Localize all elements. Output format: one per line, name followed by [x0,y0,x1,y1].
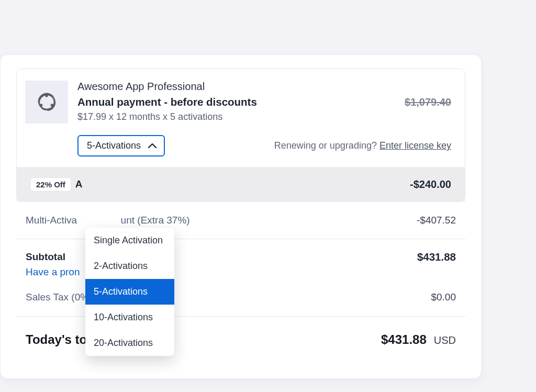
annual-discount-amount: -$240.00 [410,178,451,191]
activation-option[interactable]: 10-Activations [85,305,174,330]
svg-point-0 [45,94,48,97]
multi-discount-label-a: Multi-Activa [26,215,77,226]
activations-dropdown: Single Activation 2-Activations 5-Activa… [85,228,174,356]
sales-tax-row: Sales Tax (0%)? $0.00 [16,285,465,317]
activation-option[interactable]: Single Activation [85,228,174,253]
product-name: Awesome App Professional [77,81,451,93]
activation-option[interactable]: 20-Activations [85,330,174,356]
checkout-card: Awesome App Professional Annual payment … [0,54,482,379]
annual-discount-row: 22% Off A -$240.00 [17,167,465,201]
summary-rows: Multi-Activation Discount (Extra 37%) -$… [16,202,465,347]
annual-discount-label: A [75,178,83,190]
svg-point-1 [51,104,54,107]
enter-license-link[interactable]: Enter license key [379,140,451,151]
renew-text: Renewing or upgrading? Enter license key [274,140,451,151]
multi-discount-label-b: unt (Extra 37%) [121,215,190,226]
total-row: Today's total $431.88 USD [16,317,465,347]
product-row: Awesome App Professional Annual payment … [17,69,465,167]
activation-option[interactable]: 2-Activations [85,253,174,279]
product-text: Awesome App Professional Annual payment … [77,81,451,156]
multi-discount-amount: -$407.52 [417,215,456,226]
total-currency: USD [434,334,456,346]
discount-badge: 22% Off [30,177,71,192]
sales-tax-label: Sales Tax (0%) [26,292,92,303]
total-value: $431.88 [381,332,427,347]
product-box: Awesome App Professional Annual payment … [16,69,465,202]
original-price: $1,079.40 [405,96,451,108]
payment-label: Annual payment - before discounts [77,96,257,108]
logo-icon [35,91,58,114]
product-icon [25,81,68,124]
multi-activation-row: Multi-Activation Discount (Extra 37%) -$… [16,202,465,239]
subtotal-row: Subtotal $431.88 [16,239,465,266]
sales-tax-value: $0.00 [431,292,456,303]
chevron-up-icon [148,140,157,151]
subtotal-label: Subtotal [26,251,65,263]
activations-select[interactable]: 5-Activations [77,135,165,156]
subtotal-value: $431.88 [417,251,456,263]
promo-code-link[interactable]: Have a pron [16,266,465,285]
activation-option[interactable]: 5-Activations [85,279,174,305]
price-breakdown: $17.99 x 12 months x 5 activations [77,111,451,122]
activations-select-label: 5-Activations [87,140,141,151]
svg-point-2 [40,104,43,107]
